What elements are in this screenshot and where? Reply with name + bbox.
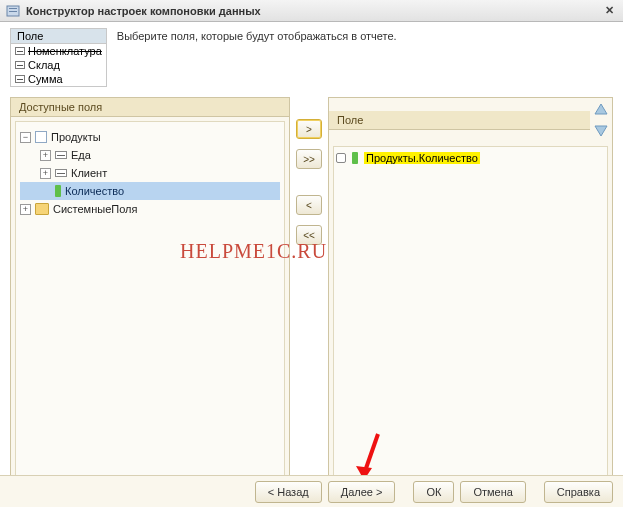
dash-icon <box>15 75 25 83</box>
footer: < Назад Далее > ОК Отмена Справка <box>0 475 623 507</box>
svg-marker-4 <box>595 126 607 136</box>
expand-icon[interactable]: + <box>40 168 51 179</box>
main-area: Доступные поля − Продукты + Еда + <box>0 97 623 487</box>
legend-label: Номенклатура <box>28 45 102 57</box>
tree-system[interactable]: + СистемныеПоля <box>20 200 280 218</box>
legend-header: Поле <box>11 29 106 44</box>
available-fields-header: Доступные поля <box>11 98 289 117</box>
instruction-text: Выберите поля, которые будут отображатьс… <box>117 28 397 42</box>
window-title: Конструктор настроек компоновки данных <box>26 5 601 17</box>
close-button[interactable]: ✕ <box>601 3 617 19</box>
dash-icon <box>15 47 25 55</box>
move-up-button[interactable] <box>592 100 610 118</box>
svg-rect-2 <box>9 11 17 12</box>
selected-label: Продукты.Количество <box>364 152 480 164</box>
tree-root[interactable]: − Продукты <box>20 128 280 146</box>
resource-icon <box>55 185 61 197</box>
app-icon <box>6 4 20 18</box>
top-row: Поле Номенклатура Склад Сумма Выберите п… <box>0 22 623 97</box>
selected-header-row: Поле <box>329 98 612 142</box>
dash-icon <box>55 151 67 159</box>
available-fields-body: − Продукты + Еда + Клиент <box>15 121 285 482</box>
svg-rect-1 <box>9 8 17 9</box>
dash-icon <box>15 61 25 69</box>
tree-label: СистемныеПоля <box>53 203 137 215</box>
selected-fields-panel: Поле Продукты.Количество <box>328 97 613 487</box>
legend-row: Номенклатура <box>11 44 106 58</box>
legend-row: Склад <box>11 58 106 72</box>
dash-icon <box>55 169 67 177</box>
next-button[interactable]: Далее > <box>328 481 396 503</box>
tree-item-selected[interactable]: Количество <box>20 182 280 200</box>
resource-icon <box>352 152 358 164</box>
remove-all-button[interactable]: << <box>296 225 322 245</box>
tree-label: Количество <box>65 185 124 197</box>
field-tree: − Продукты + Еда + Клиент <box>16 122 284 224</box>
checkbox-icon[interactable] <box>336 153 346 163</box>
move-down-button[interactable] <box>592 122 610 140</box>
expand-icon[interactable]: + <box>40 150 51 161</box>
cancel-button[interactable]: Отмена <box>460 481 525 503</box>
collapse-icon[interactable]: − <box>20 132 31 143</box>
selected-fields-body: Продукты.Количество <box>333 146 608 482</box>
tree-label: Продукты <box>51 131 101 143</box>
available-fields-panel: Доступные поля − Продукты + Еда + <box>10 97 290 487</box>
legend-row: Сумма <box>11 72 106 86</box>
add-button[interactable]: > <box>296 119 322 139</box>
add-all-button[interactable]: >> <box>296 149 322 169</box>
tree-item[interactable]: + Еда <box>20 146 280 164</box>
legend-label: Сумма <box>28 73 63 85</box>
back-button[interactable]: < Назад <box>255 481 322 503</box>
tree-label: Клиент <box>71 167 107 179</box>
expand-icon[interactable]: + <box>20 204 31 215</box>
reorder-buttons <box>590 98 612 142</box>
field-legend: Поле Номенклатура Склад Сумма <box>10 28 107 87</box>
titlebar: Конструктор настроек компоновки данных ✕ <box>0 0 623 22</box>
remove-button[interactable]: < <box>296 195 322 215</box>
ok-button[interactable]: ОК <box>413 481 454 503</box>
tree-item[interactable]: + Клиент <box>20 164 280 182</box>
selected-row[interactable]: Продукты.Количество <box>336 149 605 167</box>
legend-label: Склад <box>28 59 60 71</box>
svg-marker-3 <box>595 104 607 114</box>
folder-icon <box>35 203 49 215</box>
transfer-buttons: > >> < << <box>296 97 322 487</box>
help-button[interactable]: Справка <box>544 481 613 503</box>
selected-fields-header: Поле <box>329 111 590 130</box>
tree-label: Еда <box>71 149 91 161</box>
table-icon <box>35 131 47 143</box>
